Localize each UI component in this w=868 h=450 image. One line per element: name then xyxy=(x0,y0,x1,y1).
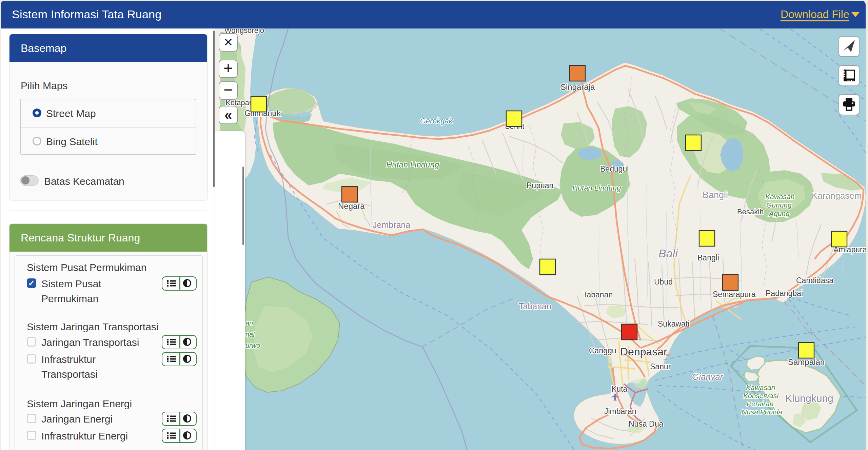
svg-text:Kuta: Kuta xyxy=(611,385,628,393)
svg-text:Hutan Lindung: Hutan Lindung xyxy=(386,160,439,169)
svg-text:Sukawati: Sukawati xyxy=(658,319,689,328)
svg-text:Ubud: Ubud xyxy=(654,277,673,286)
svg-text:Sanur: Sanur xyxy=(650,362,671,371)
svg-text:Jimbaran: Jimbaran xyxy=(604,407,636,416)
svg-text:Jembrana: Jembrana xyxy=(373,220,410,230)
svg-text:Bedugul: Bedugul xyxy=(600,164,629,173)
svg-text:nal: nal xyxy=(245,331,255,338)
svg-text:Bangli: Bangli xyxy=(703,190,728,200)
svg-text:Semarapura: Semarapura xyxy=(713,290,756,299)
svg-text:Gerokgak: Gerokgak xyxy=(420,117,453,125)
svg-text:Bangli: Bangli xyxy=(697,253,719,262)
svg-text:urwo: urwo xyxy=(245,342,260,349)
svg-text:Gianyar: Gianyar xyxy=(692,372,723,382)
svg-text:Sampalan: Sampalan xyxy=(788,357,825,367)
svg-text:Negara: Negara xyxy=(338,201,365,211)
svg-text:Kawasan: Kawasan xyxy=(746,384,775,391)
svg-text:Pupuan: Pupuan xyxy=(527,181,553,190)
svg-text:Gunung: Gunung xyxy=(766,201,792,209)
svg-text:an: an xyxy=(245,319,253,327)
svg-text:Konservasi: Konservasi xyxy=(743,392,779,399)
svg-text:Besakih: Besakih xyxy=(737,208,764,216)
svg-text:Padangbai: Padangbai xyxy=(766,289,803,298)
svg-text:Nusa Dua: Nusa Dua xyxy=(629,419,663,428)
svg-text:Perairan: Perairan xyxy=(747,400,773,408)
svg-text:Nusa Penida: Nusa Penida xyxy=(742,408,782,416)
svg-text:Agung: Agung xyxy=(768,210,790,217)
svg-text:Tabanan: Tabanan xyxy=(519,301,551,311)
svg-text:Singaraja: Singaraja xyxy=(560,82,595,92)
svg-text:Kawasan: Kawasan xyxy=(765,193,794,200)
svg-text:Hutan Lindung: Hutan Lindung xyxy=(572,184,621,192)
svg-text:Bali: Bali xyxy=(658,247,678,260)
svg-text:Klungkung: Klungkung xyxy=(785,393,833,404)
svg-text:Denpasar: Denpasar xyxy=(620,346,667,358)
svg-text:Candidasa: Candidasa xyxy=(796,276,833,285)
svg-text:Tabanan: Tabanan xyxy=(583,290,613,299)
svg-text:Karangasem: Karangasem xyxy=(812,191,862,201)
svg-text:Canggu: Canggu xyxy=(589,346,616,355)
